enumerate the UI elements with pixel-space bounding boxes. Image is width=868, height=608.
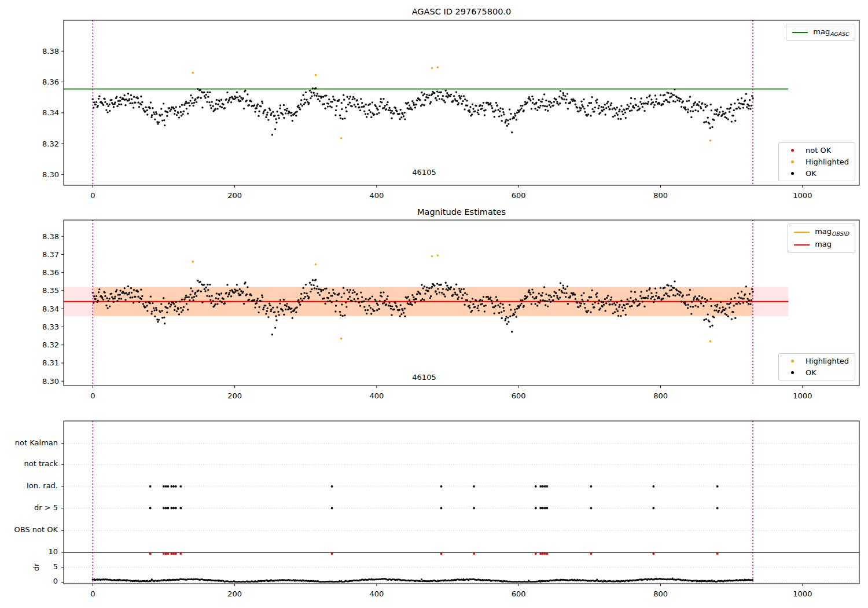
plot1-line-legend: magAGASC	[786, 24, 855, 41]
plot1-title: AGASC ID 297675800.0	[64, 7, 859, 16]
y-tick-label: 8.32	[42, 140, 59, 148]
x-tick-label: 200	[227, 191, 242, 200]
y-tick-label: 8.38	[42, 47, 59, 56]
orange-line-swatch-icon	[794, 232, 810, 233]
x-tick-label: 200	[227, 589, 242, 598]
legend-item-mag-agasc: magAGASC	[792, 27, 849, 37]
x-tick-label: 1000	[793, 589, 812, 598]
y-tick-label: 8.35	[42, 286, 59, 295]
red-dot-swatch-icon	[791, 149, 794, 152]
plot2-points-legend: Highlighted OK	[778, 353, 855, 380]
legend-label: Highlighted	[806, 158, 849, 166]
legend-item-ok: OK	[785, 368, 849, 377]
figure: 020040060080010008.308.328.348.368.38020…	[0, 0, 868, 608]
red-line-swatch-icon	[794, 244, 810, 246]
legend-label: magOBSID	[815, 227, 849, 237]
legend-item-highlighted: Highlighted	[785, 158, 849, 166]
orange-dot-swatch-icon	[791, 160, 794, 163]
y-tick-label: 8.34	[42, 108, 59, 117]
flag-row-label-dr-gt-5: dr > 5	[34, 503, 58, 512]
not-ok-points-group	[149, 552, 719, 555]
x-tick-label: 800	[653, 191, 668, 200]
orange-dot-swatch-icon	[791, 360, 794, 362]
x-tick-label: 0	[90, 391, 95, 400]
ok-points-group	[92, 87, 754, 136]
x-tick-label: 200	[227, 391, 242, 400]
y-tick-label: 8.31	[42, 358, 59, 367]
x-tick-label: 400	[370, 589, 384, 598]
legend-item-highlighted: Highlighted	[785, 357, 849, 365]
dr-tick-label-0: 0	[53, 577, 58, 585]
x-tick-label: 0	[90, 589, 95, 598]
y-tick-label: 8.30	[42, 170, 59, 179]
x-tick-label: 0	[90, 191, 95, 200]
x-tick-label: 400	[370, 391, 384, 400]
y-tick-label: 8.38	[42, 232, 59, 241]
dr-tick-label-10: 10	[48, 547, 58, 556]
flag-row-label-not-kalman: not Kalman	[15, 438, 58, 447]
x-tick-label: 400	[370, 191, 384, 200]
x-tick-label: 600	[512, 589, 526, 598]
axes-frame: 020040060080010008.308.328.348.368.38	[42, 20, 859, 200]
x-tick-label: 1000	[793, 191, 812, 200]
flag-row-label-ion-rad: Ion. rad.	[27, 481, 58, 490]
charts-canvas: 020040060080010008.308.328.348.368.38020…	[0, 0, 868, 608]
y-tick-label: 8.36	[42, 268, 59, 277]
legend-label: OK	[806, 368, 816, 377]
legend-item-not-ok: not OK	[785, 146, 849, 155]
gridlines-group	[64, 444, 859, 583]
dr-axis-label: dr	[32, 559, 41, 576]
highlighted-points-group	[192, 66, 711, 141]
plot2-title: Magnitude Estimates	[64, 207, 859, 217]
black-dot-swatch-icon	[791, 371, 794, 374]
plot1-points-legend: not OK Highlighted OK	[778, 142, 855, 181]
row-ticks-group	[61, 444, 64, 583]
legend-item-mag: mag	[794, 240, 849, 250]
flag-points-group	[149, 485, 719, 510]
x-tick-label: 600	[512, 391, 526, 400]
x-tick-label: 1000	[793, 391, 812, 400]
legend-label: Highlighted	[806, 357, 849, 365]
y-tick-label: 8.34	[42, 305, 59, 313]
y-tick-label: 8.33	[42, 323, 59, 331]
flag-row-label-obs-not-ok: OBS not OK	[14, 525, 58, 534]
legend-label: not OK	[806, 146, 831, 155]
black-dot-swatch-icon	[791, 172, 794, 175]
plot2-obsid-annotation: 46105	[398, 373, 450, 382]
plot1-mag-agasc: 020040060080010008.308.328.348.368.38	[42, 20, 859, 200]
y-tick-label: 8.36	[42, 78, 59, 86]
y-tick-label: 8.37	[42, 250, 59, 259]
axes-frame: 02004006008001000	[64, 421, 859, 598]
flag-row-label-not-track: not track	[24, 459, 58, 468]
legend-label: mag	[815, 240, 832, 250]
y-tick-label: 8.30	[42, 377, 59, 386]
plot2-line-legend: magOBSID mag	[788, 224, 855, 253]
legend-item-mag-obsid: magOBSID	[794, 227, 849, 237]
plot3-flags: 02004006008001000	[61, 421, 859, 598]
legend-label: magAGASC	[813, 27, 849, 37]
legend-label: OK	[806, 169, 816, 178]
obsid-vlines-group	[93, 421, 753, 584]
legend-item-ok: OK	[785, 169, 849, 178]
green-line-swatch-icon	[792, 32, 808, 33]
dr-tick-label-5: 5	[53, 562, 58, 571]
plot1-obsid-annotation: 46105	[398, 168, 450, 177]
x-tick-label: 800	[653, 589, 668, 598]
plot2-mag-estimates: 020040060080010008.308.318.328.338.348.3…	[42, 220, 859, 400]
x-tick-label: 800	[653, 391, 668, 400]
x-tick-label: 600	[512, 191, 526, 200]
y-tick-label: 8.32	[42, 340, 59, 349]
